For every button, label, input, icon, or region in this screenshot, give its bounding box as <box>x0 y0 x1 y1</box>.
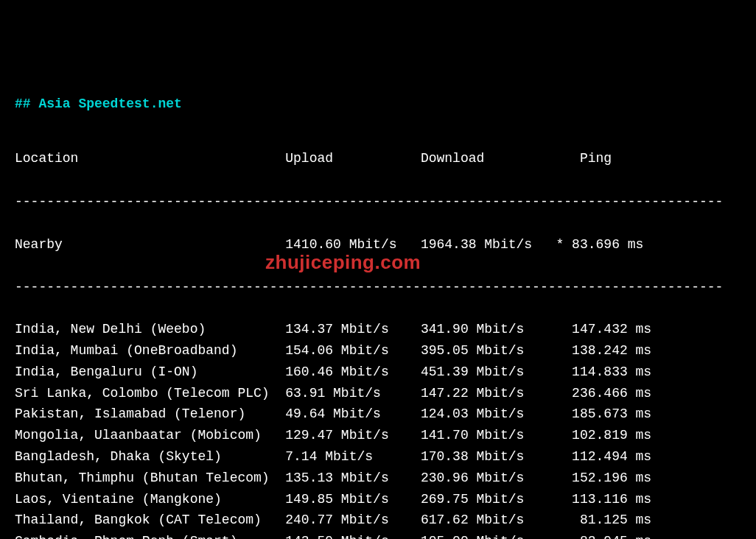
table-row: India, New Delhi (Weebo) 134.37 Mbit/s 3… <box>15 319 741 340</box>
section-title: ## Asia Speedtest.net <box>15 94 741 115</box>
table-row: Bangladesh, Dhaka (Skytel) 7.14 Mbit/s 1… <box>15 446 741 468</box>
table-row: Laos, Vientaine (Mangkone) 149.85 Mbit/s… <box>15 489 741 510</box>
divider-mid: ----------------------------------------… <box>15 277 741 298</box>
divider-top: ----------------------------------------… <box>15 191 741 213</box>
table-row: Sri Lanka, Colombo (Telecom PLC) 63.91 M… <box>15 383 741 404</box>
table-header: Location Upload Download Ping <box>15 148 741 169</box>
table-body: India, New Delhi (Weebo) 134.37 Mbit/s 3… <box>15 319 741 539</box>
table-row: India, Bengaluru (I-ON) 160.46 Mbit/s 45… <box>15 362 741 383</box>
nearby-row: Nearby 1410.60 Mbit/s 1964.38 Mbit/s * 8… <box>15 234 741 256</box>
table-row: Thailand, Bangkok (CAT Telecom) 240.77 M… <box>15 510 741 531</box>
table-row: Bhutan, Thimphu (Bhutan Telecom) 135.13 … <box>15 468 741 489</box>
table-row: India, Mumbai (OneBroadband) 154.06 Mbit… <box>15 340 741 362</box>
table-row: Pakistan, Islamabad (Telenor) 49.64 Mbit… <box>15 404 741 425</box>
table-row: Cambodia, Phnom Penh (Smart) 143.59 Mbit… <box>15 531 741 539</box>
table-row: Mongolia, Ulaanbaatar (Mobicom) 129.47 M… <box>15 425 741 446</box>
